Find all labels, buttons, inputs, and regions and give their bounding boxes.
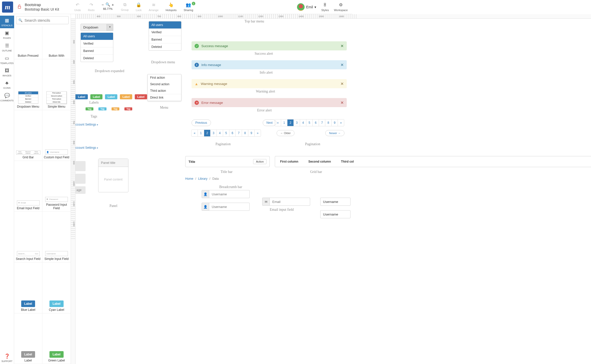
rail-pages[interactable]: ▣PAGES: [0, 28, 14, 41]
zoom-out-icon[interactable]: −: [102, 3, 104, 7]
page-number[interactable]: «: [191, 130, 198, 137]
username-input-1[interactable]: 👤: [202, 190, 250, 198]
stencil-custom-input[interactable]: 👤Username Custom Input Field: [42, 110, 71, 161]
page-number[interactable]: 4: [217, 130, 223, 137]
chevron-down-icon[interactable]: ▾: [107, 24, 113, 31]
rail-comments[interactable]: 💬COMMENTS: [0, 91, 14, 103]
stencil-button-with[interactable]: Button With: [42, 26, 71, 59]
stencil-button-pressed[interactable]: Button Pressed: [14, 26, 42, 59]
rail-outline[interactable]: ☰OUTLINE: [0, 41, 14, 53]
sharing-button[interactable]: 👥Sharing1: [184, 2, 193, 12]
stencil-search-input[interactable]: [24, 18, 66, 22]
redo-button[interactable]: ↷Redo: [88, 2, 94, 12]
username-plain-1[interactable]: [320, 198, 351, 206]
stencil-simple-input[interactable]: Username Simple Input Field: [42, 212, 71, 217]
workspace-button[interactable]: ⚙Workspace: [334, 2, 348, 12]
dropdown-item[interactable]: Banned: [81, 47, 113, 55]
dropdown-item[interactable]: All users: [149, 21, 181, 29]
canvas-label[interactable]: Label: [75, 94, 88, 99]
breadcrumb-link[interactable]: Library: [198, 177, 207, 180]
styles-button[interactable]: 🎚Styles: [321, 3, 329, 12]
group-button[interactable]: ⧉Group: [121, 2, 129, 12]
page-number[interactable]: 3: [293, 119, 300, 126]
page-number[interactable]: 2: [204, 130, 210, 137]
prev-button[interactable]: Previous: [192, 119, 211, 126]
rail-stencils[interactable]: ▦STENCILS: [0, 16, 14, 28]
input-field[interactable]: [209, 203, 250, 211]
lock-button[interactable]: 🔒Lock: [136, 2, 142, 12]
menu-item[interactable]: Second action: [148, 81, 181, 87]
stencil-search[interactable]: 🔍: [16, 16, 69, 24]
simple-menu[interactable]: First action Second action Third action …: [147, 74, 181, 101]
input-field[interactable]: [270, 198, 310, 206]
canvas-tag[interactable]: Tag: [112, 107, 119, 110]
page-number[interactable]: 5: [223, 130, 229, 137]
menu-item[interactable]: Direct link: [148, 94, 181, 101]
stencil-dropdown-menu[interactable]: All usersVerifiedBannedDeleted Dropdown …: [14, 59, 42, 110]
alert-warning[interactable]: ▲Warning message✕: [192, 79, 347, 88]
rail-templates[interactable]: ▭TEMPLATES: [0, 53, 14, 66]
rail-images[interactable]: 🖼IMAGES: [0, 66, 14, 78]
titlebar-action-button[interactable]: Action: [253, 159, 266, 164]
arrange-button[interactable]: ≋Arrange: [149, 2, 158, 12]
user-menu[interactable]: Emil▾: [297, 3, 316, 11]
stencil-simple-menu[interactable]: First actionSecond actionThird actionDir…: [42, 59, 71, 110]
dropdown-item[interactable]: Deleted: [149, 43, 181, 50]
rail-icons[interactable]: ♣ICONS: [0, 78, 14, 91]
page-number[interactable]: 4: [300, 119, 306, 126]
menu-item[interactable]: First action: [148, 74, 181, 81]
alert-info[interactable]: iInfo message✕: [192, 60, 347, 69]
undo-button[interactable]: ↶Undo: [74, 2, 81, 12]
newer-button[interactable]: Newer →: [325, 130, 344, 136]
page-number[interactable]: »: [254, 130, 261, 137]
page-number[interactable]: 1: [281, 119, 287, 126]
stencil-search-input[interactable]: Search...Go! Search Input Field: [14, 212, 42, 217]
page-number[interactable]: 2: [287, 119, 294, 126]
page-number[interactable]: 9: [248, 130, 255, 137]
alert-error[interactable]: ✕Error message✕: [192, 98, 347, 107]
page-number[interactable]: 6: [312, 119, 319, 126]
dropdown-menu[interactable]: All users Verified Banned Deleted: [149, 21, 181, 51]
canvas-label[interactable]: Label: [105, 94, 117, 99]
page-number[interactable]: «: [275, 119, 281, 126]
app-logo[interactable]: m: [2, 2, 13, 13]
canvas-tag[interactable]: Tag: [124, 107, 132, 110]
page-number[interactable]: 7: [235, 130, 242, 137]
canvas-tag[interactable]: Tag: [98, 107, 106, 110]
dropdown-item[interactable]: All users: [81, 33, 113, 40]
stencil-grid-bar[interactable]: First columnSecond columnThird column Gr…: [14, 110, 42, 161]
username-input-2[interactable]: 👤: [202, 203, 250, 211]
page-number[interactable]: 8: [325, 119, 332, 126]
page-number[interactable]: »: [338, 119, 344, 126]
hotspots-button[interactable]: 👆Hotspots: [166, 2, 176, 12]
dropdown-item[interactable]: Deleted: [81, 55, 113, 62]
page-number[interactable]: 7: [319, 119, 325, 126]
close-icon[interactable]: ✕: [340, 44, 344, 48]
account-settings-link-2[interactable]: ccount Settings ▾: [75, 146, 98, 149]
stencil-password-input[interactable]: ✱Password Password Input Field: [42, 161, 71, 211]
zoom-in-icon[interactable]: +: [112, 3, 114, 7]
dropdown-item[interactable]: Verified: [81, 40, 113, 47]
dropdown-item[interactable]: Verified: [149, 29, 181, 36]
canvas[interactable]: Top bar menu Dropdown▾ All users Verifie…: [75, 19, 352, 217]
dropdown-expanded[interactable]: Dropdown▾ All users Verified Banned Dele…: [80, 24, 113, 62]
dropdown-item[interactable]: Banned: [149, 36, 181, 43]
titlebar[interactable]: TitleAction: [185, 156, 270, 167]
page-number[interactable]: 5: [306, 119, 313, 126]
stencil-email-input[interactable]: ✉Email Email Input Field: [14, 161, 42, 211]
menu-item[interactable]: Third action: [148, 87, 181, 94]
zoom-control[interactable]: −🔍+ 66.77%: [102, 2, 114, 12]
page-number[interactable]: 8: [242, 130, 248, 137]
gray-block[interactable]: age: [75, 186, 86, 194]
input-field[interactable]: [209, 190, 250, 198]
canvas-label[interactable]: Label: [135, 94, 147, 99]
page-number[interactable]: 9: [331, 119, 338, 126]
canvas-label[interactable]: Label: [120, 94, 132, 99]
gridbar[interactable]: First columnSecond columnThird col: [275, 156, 352, 167]
username-plain-2[interactable]: [320, 210, 351, 217]
older-button[interactable]: ← Older: [277, 130, 294, 136]
close-icon[interactable]: ✕: [340, 63, 344, 67]
breadcrumb-link[interactable]: Home: [185, 177, 193, 180]
lock-icon[interactable]: [18, 5, 21, 10]
panel[interactable]: Panel title Panel content: [98, 159, 128, 192]
